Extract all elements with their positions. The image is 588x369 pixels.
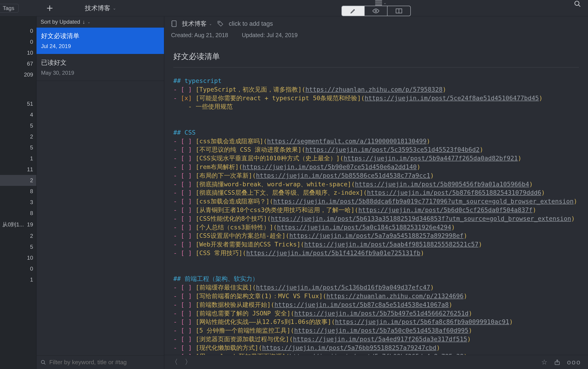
tag-count: 51 [27,101,33,107]
tag-count: 1 [30,277,33,283]
svg-point-8 [575,1,579,5]
sort-label: Sort by Updated [41,19,80,25]
tag-row[interactable]: 3 [0,197,36,208]
search-icon [41,360,46,365]
chevron-down-icon: ⌄ [87,20,90,24]
editor-column: 技术博客 ⌄ click to add tags Created: Aug 21… [164,16,588,369]
tag-count: 19 [27,221,33,228]
tag-count: 5 [30,122,33,129]
tag-count: 0 [30,266,33,272]
tag-count: 2 [30,133,33,140]
tag-row[interactable]: 4 [0,109,36,120]
history-back-button[interactable]: 〈 [171,357,178,367]
tag-row[interactable]: 5 [0,120,36,131]
svg-point-5 [375,10,377,12]
star-icon[interactable]: ☆ [541,358,547,366]
tag-count: 8 [30,210,33,216]
tag-row[interactable]: 8 [0,208,36,219]
tag-icon [217,21,223,27]
note-notebook-selector[interactable]: 技术博客 ⌄ [182,20,212,28]
tag-row[interactable]: 0 [0,26,36,36]
tag-count: 4 [30,112,33,118]
tag-row[interactable]: 0 [0,263,36,274]
tag-row[interactable]: 0 [0,36,36,47]
tag-row[interactable]: 2 [0,175,36,186]
notebook-title: 技术博客 [85,4,110,12]
tag-row[interactable]: 11 [0,164,36,175]
tag-count: 8 [30,188,33,195]
tag-row[interactable]: 2 [0,131,36,142]
tag-label: 从0到1... [2,221,24,228]
markdown-body[interactable]: ## typescript - [ ] [TypeScript，初次见面，请多指… [173,77,579,355]
tag-count: 0 [30,39,33,45]
svg-point-16 [219,22,220,23]
view-mode-split[interactable] [388,6,410,16]
tag-count: 67 [27,60,33,67]
tag-count: 1 [30,155,33,162]
tag-count: 3 [30,199,33,205]
note-date: May 30, 2019 [41,70,159,76]
note-list-item[interactable]: 已读好文May 30, 2019 [36,54,164,81]
menu-button[interactable]: ⌄ [375,0,386,6]
document-title: 好文必读清单 [173,44,579,67]
filter-row [36,355,164,369]
notebook-icon [171,20,177,27]
tag-count: 2 [30,233,33,239]
tag-row[interactable]: 209 [0,69,36,80]
tags-sidebar: 0010672095145251112838从0到1...19251001 [0,16,36,369]
note-date: Jul 24, 2019 [41,43,159,50]
add-tags-button[interactable]: click to add tags [229,20,273,27]
note-list-item[interactable]: 好文必读清单Jul 24, 2019 [36,28,164,54]
tag-count: 5 [30,244,33,250]
tag-row[interactable]: 5 [0,241,36,252]
tag-row[interactable]: 1 [0,274,36,285]
tags-panel-toggle[interactable]: Tags [0,4,19,12]
view-mode-segmented [341,6,411,16]
notebook-selector[interactable]: 技术博客 ⌄ [85,4,116,12]
view-mode-edit[interactable] [342,6,365,16]
tag-row[interactable]: 5 [0,142,36,153]
search-button[interactable] [574,0,581,8]
history-forward-button[interactable]: 〉 [185,357,192,367]
tag-row[interactable]: 8 [0,186,36,197]
filter-input[interactable] [49,359,160,366]
tag-row[interactable]: 从0到1...19 [0,219,36,230]
tag-count: 0 [30,28,33,34]
sort-arrow-icon: ↓ [82,19,85,25]
tag-row[interactable]: 67 [0,58,36,69]
note-title: 好文必读清单 [41,32,159,40]
more-icon[interactable]: ooo [567,358,581,366]
editor-content[interactable]: 好文必读清单 ## typescript - [ ] [TypeScript，初… [164,42,588,355]
svg-line-11 [44,363,45,364]
chevron-down-icon: ⌄ [113,6,116,11]
svg-point-10 [41,360,44,364]
chevron-down-icon: ⌄ [383,1,386,5]
share-icon[interactable] [554,359,560,365]
notes-list-column: Sort by Updated ↓ ⌄ 好文必读清单Jul 24, 2019已读… [36,16,164,369]
tag-count: 5 [30,144,33,151]
sort-selector[interactable]: Sort by Updated ↓ ⌄ [36,16,164,28]
tag-count: 10 [27,50,33,56]
tag-count: 2 [30,177,33,184]
view-mode-preview[interactable] [365,6,388,16]
tag-count: 209 [24,71,33,78]
tag-row[interactable]: 10 [0,47,36,58]
svg-line-9 [578,5,580,7]
tag-row[interactable]: 1 [0,153,36,164]
tag-count: 10 [27,255,33,261]
tag-count: 11 [27,166,33,173]
chevron-down-icon: ⌄ [209,22,212,26]
created-meta: Created: Aug 21, 2018 [171,32,228,39]
tag-row[interactable]: 10 [0,252,36,263]
updated-meta: Updated: Jul 24, 2019 [242,32,298,39]
note-title: 已读好文 [41,58,159,67]
svg-rect-12 [172,21,176,27]
tag-row[interactable]: 2 [0,230,36,241]
tag-row[interactable]: 51 [0,98,36,109]
